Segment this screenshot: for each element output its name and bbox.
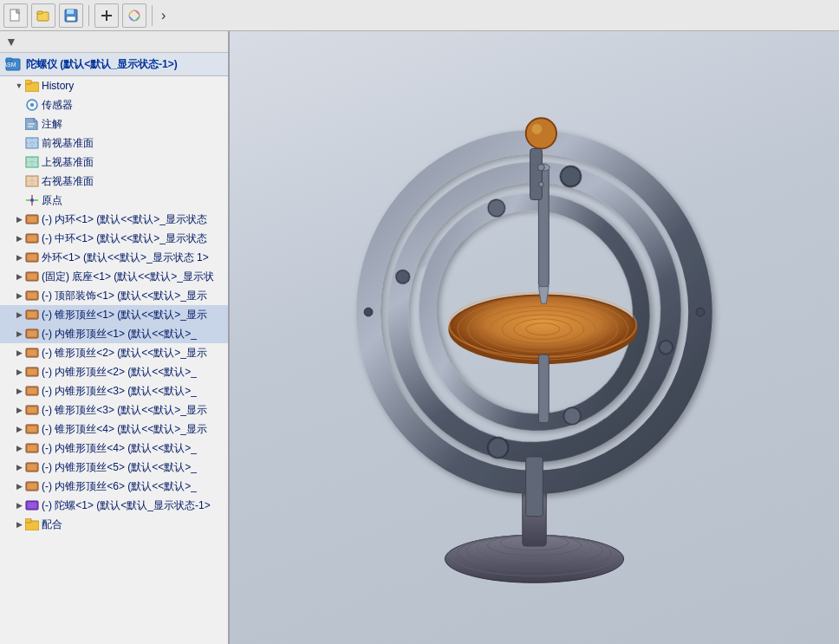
expand-cone3[interactable]: ▶ (14, 405, 24, 415)
svg-rect-66 (25, 518, 31, 523)
icon-top-deco (24, 288, 40, 303)
expand-history[interactable]: ▼ (14, 81, 24, 91)
tree-item-inner-cone1[interactable]: ▶ (-) 内锥形顶丝<1> (默认<<默认>_ (0, 324, 228, 343)
tree-item-top-deco[interactable]: ▶ (-) 顶部装饰<1> (默认<<默认>_显示 (0, 286, 228, 305)
tree-item-front-plane[interactable]: 前视基准面 (0, 133, 228, 153)
icon-cone1 (24, 307, 40, 322)
expand-inner-cone6[interactable]: ▶ (14, 481, 24, 491)
expand-note[interactable] (14, 119, 24, 129)
tree-body[interactable]: ▼ History 传感器 (0, 76, 228, 644)
expand-top-plane[interactable] (14, 157, 24, 167)
tree-item-history[interactable]: ▼ History (0, 76, 228, 95)
tree-root[interactable]: ASM 陀螺仪 (默认<默认_显示状态-1>) (0, 53, 228, 76)
tree-item-inner-cone5[interactable]: ▶ (-) 内锥形顶丝<5> (默认<<默认>_ (0, 458, 228, 477)
tree-item-outer-ring[interactable]: ▶ 外环<1> (默认<<默认>_显示状态 1> (0, 248, 228, 267)
svg-text:ASM: ASM (5, 62, 16, 68)
expand-mate[interactable]: ▶ (14, 519, 24, 530)
expand-cone1[interactable]: ▶ (14, 309, 24, 320)
new-button[interactable] (3, 3, 28, 28)
tree-item-inner-cone2[interactable]: ▶ (-) 内锥形顶丝<2> (默认<<默认>_ (0, 362, 228, 381)
svg-rect-58 (28, 446, 36, 451)
expand-mid-ring[interactable]: ▶ (14, 233, 24, 244)
label-front-plane: 前视基准面 (42, 136, 94, 151)
tree-item-top-plane[interactable]: 上视基准面 (0, 153, 228, 172)
filter-icon: ▼ (5, 35, 17, 49)
expand-inner-cone5[interactable]: ▶ (14, 462, 24, 472)
tree-item-base[interactable]: ▶ (固定) 底座<1> (默认<<默认>_显示状 (0, 267, 228, 286)
icon-origin (24, 192, 40, 208)
3d-viewport[interactable] (230, 31, 839, 644)
tree-item-inner-cone6[interactable]: ▶ (-) 内锥形顶丝<6> (默认<<默认>_ (0, 477, 228, 496)
svg-point-16 (30, 103, 34, 107)
icon-inner-cone1 (24, 326, 40, 342)
tree-item-cone3[interactable]: ▶ (-) 锥形顶丝<3> (默认<<默认>_显示 (0, 400, 228, 420)
label-cone1: (-) 锥形顶丝<1> (默认<<默认>_显示 (42, 308, 207, 322)
expand-right-plane[interactable] (14, 176, 24, 186)
label-top-plane: 上视基准面 (42, 155, 94, 170)
tree-item-mate[interactable]: ▶ 配合 (0, 515, 228, 534)
label-inner-cone5: (-) 内锥形顶丝<5> (默认<<默认>_ (42, 460, 197, 475)
label-inner-ring: (-) 内环<1> (默认<<默认>_显示状态 (42, 212, 207, 227)
label-origin: 原点 (42, 193, 62, 208)
icon-inner-cone6 (24, 478, 40, 494)
expand-base[interactable]: ▶ (14, 271, 24, 282)
expand-inner-cone2[interactable]: ▶ (14, 367, 24, 377)
tree-item-inner-cone3[interactable]: ▶ (-) 内锥形顶丝<3> (默认<<默认>_ (0, 381, 228, 400)
expand-cone4[interactable]: ▶ (14, 424, 24, 434)
tree-item-gyro1[interactable]: ▶ (-) 陀螺<1> (默认<默认_显示状态-1> (0, 496, 228, 515)
expand-inner-cone4[interactable]: ▶ (14, 443, 24, 453)
feature-button[interactable] (94, 3, 119, 28)
label-outer-ring: 外环<1> (默认<<默认>_显示状态 1> (42, 250, 209, 265)
icon-inner-cone4 (24, 440, 40, 456)
tree-item-note[interactable]: 注解 (0, 114, 228, 133)
expand-top-deco[interactable]: ▶ (14, 290, 24, 301)
more-button[interactable]: › (158, 8, 169, 23)
label-gyro1: (-) 陀螺<1> (默认<默认_显示状态-1> (42, 498, 211, 513)
svg-rect-54 (28, 407, 36, 413)
svg-rect-108 (526, 457, 543, 517)
icon-inner-cone2 (24, 364, 40, 380)
tree-item-right-plane[interactable]: 右视基准面 (0, 172, 228, 191)
tree-item-cone1[interactable]: ▶ (-) 锥形顶丝<1> (默认<<默认>_显示 (0, 305, 228, 324)
svg-point-80 (364, 308, 373, 316)
label-base: (固定) 底座<1> (默认<<默认>_显示状 (42, 270, 214, 284)
tree-item-inner-cone4[interactable]: ▶ (-) 内锥形顶丝<4> (默认<<默认>_ (0, 439, 228, 458)
root-label: 陀螺仪 (默认<默认_显示状态-1>) (26, 57, 178, 72)
label-top-deco: (-) 顶部装饰<1> (默认<<默认>_显示 (42, 289, 207, 303)
expand-origin[interactable] (14, 195, 24, 205)
open-button[interactable] (31, 3, 55, 28)
svg-rect-62 (28, 484, 36, 489)
icon-base (24, 269, 40, 284)
expand-cone2[interactable]: ▶ (14, 348, 24, 358)
expand-front-plane[interactable] (14, 138, 24, 148)
expand-outer-ring[interactable]: ▶ (14, 252, 24, 263)
label-cone2: (-) 锥形顶丝<2> (默认<<默认>_显示 (42, 346, 207, 361)
icon-inner-ring (24, 211, 40, 227)
tree-item-mid-ring[interactable]: ▶ (-) 中环<1> (默认<<默认>_显示状态 (0, 229, 228, 248)
expand-inner-cone3[interactable]: ▶ (14, 386, 24, 396)
tree-item-cone4[interactable]: ▶ (-) 锥形顶丝<4> (默认<<默认>_显示 (0, 420, 228, 439)
tree-item-sensor[interactable]: 传感器 (0, 95, 228, 114)
expand-gyro1[interactable]: ▶ (14, 500, 24, 511)
icon-note (24, 116, 40, 132)
save-button[interactable] (59, 3, 83, 28)
icon-cone2 (24, 345, 40, 361)
svg-rect-56 (28, 426, 36, 432)
root-icon: ASM (5, 56, 21, 72)
appearance-button[interactable] (122, 3, 146, 28)
tree-item-cone2[interactable]: ▶ (-) 锥形顶丝<2> (默认<<默认>_显示 (0, 343, 228, 362)
expand-inner-ring[interactable]: ▶ (14, 214, 24, 224)
expand-sensor[interactable] (14, 100, 24, 110)
icon-sensor (24, 97, 40, 113)
expand-inner-cone1[interactable]: ▶ (14, 329, 24, 339)
label-mate: 配合 (42, 517, 62, 532)
tree-item-origin[interactable]: 原点 (0, 191, 228, 210)
svg-rect-36 (28, 236, 36, 241)
label-history: History (42, 80, 74, 92)
toolbar: › (0, 0, 839, 31)
icon-history (24, 78, 40, 94)
tree-item-inner-ring[interactable]: ▶ (-) 内环<1> (默认<<默认>_显示状态 (0, 210, 228, 229)
svg-point-32 (30, 198, 34, 202)
label-inner-cone6: (-) 内锥形顶丝<6> (默认<<默认>_ (42, 479, 197, 494)
svg-rect-105 (530, 149, 543, 200)
